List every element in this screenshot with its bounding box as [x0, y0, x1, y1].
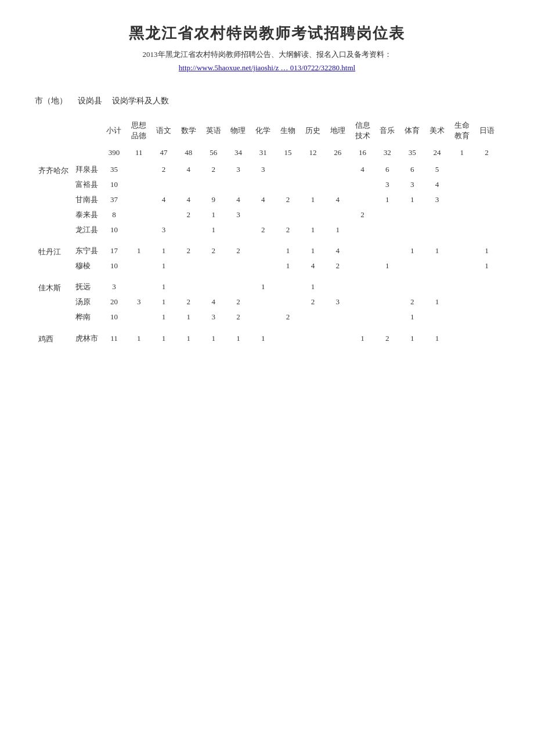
cell-art: 3 — [425, 192, 450, 207]
table-row: 泰来县82132 — [35, 207, 499, 222]
cell-math: 2 — [176, 294, 201, 309]
county-header: 设岗县 — [78, 96, 102, 105]
table-row: 桦南10113221 — [35, 309, 499, 325]
cell-moral — [127, 192, 151, 207]
county-name: 虎林市 — [72, 330, 102, 347]
cell-art: 1 — [425, 330, 450, 347]
cell-english: 1 — [201, 330, 226, 347]
county-name: 泰来县 — [72, 207, 102, 222]
county-name: 拜泉县 — [72, 162, 102, 177]
cell-life_edu — [449, 258, 474, 273]
county-name: 富裕县 — [72, 177, 102, 192]
cell-chemistry — [251, 309, 276, 325]
cell-it — [350, 192, 375, 207]
cell-art: 1 — [425, 243, 450, 258]
cell-art — [425, 258, 450, 273]
cell-english — [201, 258, 226, 273]
col-english-header: 英语 — [201, 118, 226, 143]
cell-moral — [127, 279, 151, 294]
cell-english: 1 — [201, 207, 226, 222]
cell-it — [350, 309, 375, 325]
col-music-header: 音乐 — [375, 118, 400, 143]
cell-math — [176, 258, 201, 273]
city-label: 牡丹江 — [35, 243, 72, 273]
cell-it: 1 — [350, 330, 375, 347]
cell-biology — [276, 207, 301, 222]
table-row: 齐齐哈尔拜泉县35242334665 — [35, 162, 499, 177]
total-math: 48 — [176, 143, 201, 162]
totals-row: 3901147485634311512261632352412 — [35, 143, 499, 162]
cell-it: 2 — [350, 207, 375, 222]
cell-japanese — [474, 294, 499, 309]
cell-chemistry — [251, 294, 276, 309]
column-header-labels: 市（地） 设岗县 设岗学科及人数 — [35, 96, 499, 106]
col-pe-header: 体育 — [400, 118, 425, 143]
main-table: 小计 思想 品德 语文 数学 英语 物理 化学 生物 历史 地理 信息 技术 音… — [35, 118, 499, 352]
county-name: 桦南 — [72, 309, 102, 325]
cell-geography — [325, 330, 350, 347]
cell-japanese — [474, 192, 499, 207]
cell-chinese: 1 — [151, 258, 176, 273]
cell-subtotal: 11 — [102, 330, 127, 347]
cell-geography: 3 — [325, 294, 350, 309]
cell-english — [201, 177, 226, 192]
cell-pe — [400, 258, 425, 273]
cell-japanese — [474, 279, 499, 294]
cell-it — [350, 294, 375, 309]
cell-english: 2 — [201, 243, 226, 258]
cell-history: 1 — [301, 243, 326, 258]
cell-music: 1 — [375, 192, 400, 207]
cell-moral: 3 — [127, 294, 151, 309]
cell-history: 1 — [301, 222, 326, 237]
total-english: 56 — [201, 143, 226, 162]
cell-physics: 2 — [226, 243, 251, 258]
col-county — [72, 118, 102, 143]
total-chemistry: 31 — [251, 143, 276, 162]
total-geography: 26 — [325, 143, 350, 162]
cell-chinese — [151, 177, 176, 192]
table-row: 汤原20312422321 — [35, 294, 499, 309]
cell-biology: 1 — [276, 258, 301, 273]
spacer-row — [35, 347, 499, 352]
cell-physics — [226, 177, 251, 192]
cell-chemistry — [251, 243, 276, 258]
cell-pe: 2 — [400, 294, 425, 309]
cell-subtotal: 35 — [102, 162, 127, 177]
city-label: 鸡西 — [35, 330, 72, 347]
col-subtotal-header: 小计 — [102, 118, 127, 143]
county-name: 抚远 — [72, 279, 102, 294]
cell-life_edu — [449, 162, 474, 177]
cell-chemistry — [251, 207, 276, 222]
city-label: 佳木斯 — [35, 279, 72, 325]
cell-it — [350, 222, 375, 237]
cell-physics — [226, 258, 251, 273]
cell-english: 9 — [201, 192, 226, 207]
cell-japanese — [474, 162, 499, 177]
cell-pe: 1 — [400, 309, 425, 325]
cell-chemistry: 2 — [251, 222, 276, 237]
cell-history — [301, 207, 326, 222]
county-name: 东宁县 — [72, 243, 102, 258]
cell-art: 4 — [425, 177, 450, 192]
reference-link[interactable]: http://www.5haoxue.net/jiaoshi/z … 013/0… — [179, 63, 355, 72]
cell-japanese — [474, 207, 499, 222]
cell-physics: 2 — [226, 294, 251, 309]
cell-it — [350, 258, 375, 273]
col-art-header: 美术 — [425, 118, 450, 143]
total-city — [35, 143, 72, 162]
total-it: 16 — [350, 143, 375, 162]
table-row: 佳木斯抚远3111 — [35, 279, 499, 294]
cell-moral: 1 — [127, 243, 151, 258]
cell-moral — [127, 207, 151, 222]
table-row: 牡丹江东宁县1711222114111 — [35, 243, 499, 258]
cell-music: 3 — [375, 177, 400, 192]
cell-physics: 4 — [226, 192, 251, 207]
cell-biology — [276, 279, 301, 294]
cell-geography — [325, 309, 350, 325]
cell-math — [176, 279, 201, 294]
cell-biology — [276, 294, 301, 309]
cell-geography — [325, 279, 350, 294]
cell-moral — [127, 162, 151, 177]
cell-japanese: 1 — [474, 243, 499, 258]
city-label: 齐齐哈尔 — [35, 162, 72, 237]
